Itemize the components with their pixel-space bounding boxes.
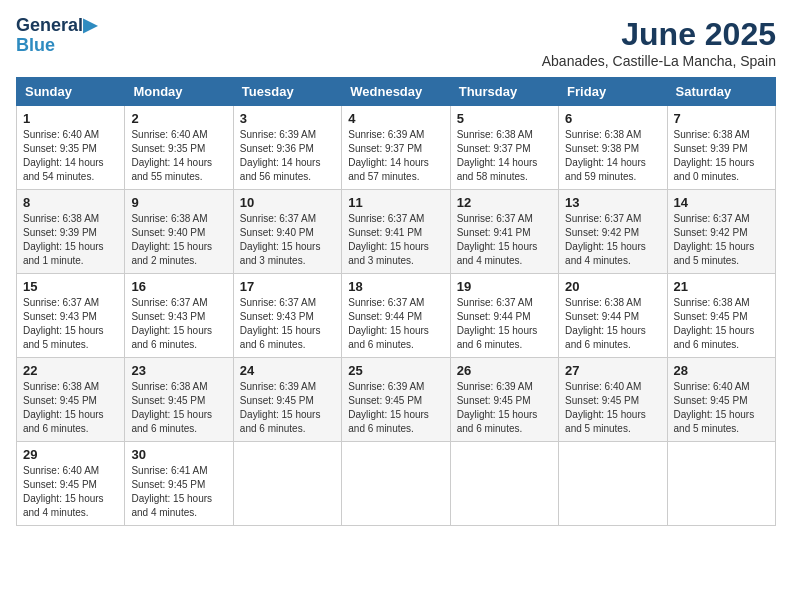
calendar-day-cell: 9Sunrise: 6:38 AM Sunset: 9:40 PM Daylig…: [125, 190, 233, 274]
day-info: Sunrise: 6:39 AM Sunset: 9:45 PM Dayligh…: [240, 380, 335, 436]
day-info: Sunrise: 6:38 AM Sunset: 9:45 PM Dayligh…: [23, 380, 118, 436]
calendar-day-cell: 19Sunrise: 6:37 AM Sunset: 9:44 PM Dayli…: [450, 274, 558, 358]
day-number: 22: [23, 363, 118, 378]
calendar-header-saturday: Saturday: [667, 78, 775, 106]
header: General▶ Blue June 2025 Abanades, Castil…: [16, 16, 776, 69]
day-info: Sunrise: 6:39 AM Sunset: 9:36 PM Dayligh…: [240, 128, 335, 184]
calendar-header-wednesday: Wednesday: [342, 78, 450, 106]
day-number: 12: [457, 195, 552, 210]
day-number: 21: [674, 279, 769, 294]
day-info: Sunrise: 6:39 AM Sunset: 9:37 PM Dayligh…: [348, 128, 443, 184]
day-number: 28: [674, 363, 769, 378]
logo: General▶ Blue: [16, 16, 97, 56]
calendar-day-cell: 26Sunrise: 6:39 AM Sunset: 9:45 PM Dayli…: [450, 358, 558, 442]
calendar-day-cell: 16Sunrise: 6:37 AM Sunset: 9:43 PM Dayli…: [125, 274, 233, 358]
calendar-header-thursday: Thursday: [450, 78, 558, 106]
day-info: Sunrise: 6:40 AM Sunset: 9:35 PM Dayligh…: [131, 128, 226, 184]
calendar-day-cell: 18Sunrise: 6:37 AM Sunset: 9:44 PM Dayli…: [342, 274, 450, 358]
calendar-day-cell: 11Sunrise: 6:37 AM Sunset: 9:41 PM Dayli…: [342, 190, 450, 274]
calendar-day-cell: 4Sunrise: 6:39 AM Sunset: 9:37 PM Daylig…: [342, 106, 450, 190]
calendar-header-tuesday: Tuesday: [233, 78, 341, 106]
calendar-day-cell: 1Sunrise: 6:40 AM Sunset: 9:35 PM Daylig…: [17, 106, 125, 190]
calendar-day-cell: 12Sunrise: 6:37 AM Sunset: 9:41 PM Dayli…: [450, 190, 558, 274]
location-title: Abanades, Castille-La Mancha, Spain: [542, 53, 776, 69]
day-number: 30: [131, 447, 226, 462]
day-info: Sunrise: 6:40 AM Sunset: 9:35 PM Dayligh…: [23, 128, 118, 184]
calendar-day-cell: 17Sunrise: 6:37 AM Sunset: 9:43 PM Dayli…: [233, 274, 341, 358]
day-info: Sunrise: 6:37 AM Sunset: 9:43 PM Dayligh…: [131, 296, 226, 352]
day-info: Sunrise: 6:38 AM Sunset: 9:37 PM Dayligh…: [457, 128, 552, 184]
calendar-day-cell: 15Sunrise: 6:37 AM Sunset: 9:43 PM Dayli…: [17, 274, 125, 358]
day-number: 6: [565, 111, 660, 126]
day-number: 26: [457, 363, 552, 378]
day-number: 8: [23, 195, 118, 210]
logo-subtext: Blue: [16, 36, 97, 56]
day-number: 1: [23, 111, 118, 126]
calendar-week-row: 22Sunrise: 6:38 AM Sunset: 9:45 PM Dayli…: [17, 358, 776, 442]
day-number: 9: [131, 195, 226, 210]
day-info: Sunrise: 6:37 AM Sunset: 9:40 PM Dayligh…: [240, 212, 335, 268]
day-info: Sunrise: 6:37 AM Sunset: 9:43 PM Dayligh…: [23, 296, 118, 352]
day-info: Sunrise: 6:40 AM Sunset: 9:45 PM Dayligh…: [674, 380, 769, 436]
day-number: 17: [240, 279, 335, 294]
day-number: 23: [131, 363, 226, 378]
calendar-day-cell: 8Sunrise: 6:38 AM Sunset: 9:39 PM Daylig…: [17, 190, 125, 274]
day-info: Sunrise: 6:38 AM Sunset: 9:45 PM Dayligh…: [674, 296, 769, 352]
calendar-day-cell: 3Sunrise: 6:39 AM Sunset: 9:36 PM Daylig…: [233, 106, 341, 190]
day-info: Sunrise: 6:38 AM Sunset: 9:39 PM Dayligh…: [23, 212, 118, 268]
calendar-week-row: 29Sunrise: 6:40 AM Sunset: 9:45 PM Dayli…: [17, 442, 776, 526]
day-info: Sunrise: 6:37 AM Sunset: 9:44 PM Dayligh…: [348, 296, 443, 352]
day-info: Sunrise: 6:37 AM Sunset: 9:44 PM Dayligh…: [457, 296, 552, 352]
day-number: 20: [565, 279, 660, 294]
empty-cell: [450, 442, 558, 526]
empty-cell: [233, 442, 341, 526]
day-info: Sunrise: 6:37 AM Sunset: 9:42 PM Dayligh…: [565, 212, 660, 268]
calendar-day-cell: 25Sunrise: 6:39 AM Sunset: 9:45 PM Dayli…: [342, 358, 450, 442]
day-number: 13: [565, 195, 660, 210]
calendar-day-cell: 14Sunrise: 6:37 AM Sunset: 9:42 PM Dayli…: [667, 190, 775, 274]
day-number: 14: [674, 195, 769, 210]
calendar-header-monday: Monday: [125, 78, 233, 106]
calendar-day-cell: 6Sunrise: 6:38 AM Sunset: 9:38 PM Daylig…: [559, 106, 667, 190]
day-info: Sunrise: 6:39 AM Sunset: 9:45 PM Dayligh…: [348, 380, 443, 436]
calendar-week-row: 8Sunrise: 6:38 AM Sunset: 9:39 PM Daylig…: [17, 190, 776, 274]
title-area: June 2025 Abanades, Castille-La Mancha, …: [542, 16, 776, 69]
calendar-day-cell: 23Sunrise: 6:38 AM Sunset: 9:45 PM Dayli…: [125, 358, 233, 442]
day-number: 15: [23, 279, 118, 294]
calendar-day-cell: 21Sunrise: 6:38 AM Sunset: 9:45 PM Dayli…: [667, 274, 775, 358]
logo-text: General▶: [16, 16, 97, 36]
calendar-day-cell: 24Sunrise: 6:39 AM Sunset: 9:45 PM Dayli…: [233, 358, 341, 442]
day-info: Sunrise: 6:38 AM Sunset: 9:38 PM Dayligh…: [565, 128, 660, 184]
calendar-header-sunday: Sunday: [17, 78, 125, 106]
calendar-table: SundayMondayTuesdayWednesdayThursdayFrid…: [16, 77, 776, 526]
calendar-header-friday: Friday: [559, 78, 667, 106]
day-number: 2: [131, 111, 226, 126]
day-info: Sunrise: 6:37 AM Sunset: 9:41 PM Dayligh…: [457, 212, 552, 268]
calendar-day-cell: 27Sunrise: 6:40 AM Sunset: 9:45 PM Dayli…: [559, 358, 667, 442]
calendar-week-row: 15Sunrise: 6:37 AM Sunset: 9:43 PM Dayli…: [17, 274, 776, 358]
day-number: 29: [23, 447, 118, 462]
calendar-week-row: 1Sunrise: 6:40 AM Sunset: 9:35 PM Daylig…: [17, 106, 776, 190]
day-info: Sunrise: 6:37 AM Sunset: 9:43 PM Dayligh…: [240, 296, 335, 352]
day-info: Sunrise: 6:38 AM Sunset: 9:45 PM Dayligh…: [131, 380, 226, 436]
empty-cell: [342, 442, 450, 526]
day-number: 4: [348, 111, 443, 126]
day-number: 19: [457, 279, 552, 294]
day-number: 5: [457, 111, 552, 126]
day-info: Sunrise: 6:40 AM Sunset: 9:45 PM Dayligh…: [565, 380, 660, 436]
day-info: Sunrise: 6:37 AM Sunset: 9:42 PM Dayligh…: [674, 212, 769, 268]
day-number: 10: [240, 195, 335, 210]
day-number: 24: [240, 363, 335, 378]
day-number: 25: [348, 363, 443, 378]
calendar-day-cell: 7Sunrise: 6:38 AM Sunset: 9:39 PM Daylig…: [667, 106, 775, 190]
calendar-day-cell: 2Sunrise: 6:40 AM Sunset: 9:35 PM Daylig…: [125, 106, 233, 190]
calendar-day-cell: 13Sunrise: 6:37 AM Sunset: 9:42 PM Dayli…: [559, 190, 667, 274]
calendar-day-cell: 30Sunrise: 6:41 AM Sunset: 9:45 PM Dayli…: [125, 442, 233, 526]
day-info: Sunrise: 6:38 AM Sunset: 9:40 PM Dayligh…: [131, 212, 226, 268]
day-number: 27: [565, 363, 660, 378]
calendar-day-cell: 20Sunrise: 6:38 AM Sunset: 9:44 PM Dayli…: [559, 274, 667, 358]
day-number: 3: [240, 111, 335, 126]
calendar-day-cell: 5Sunrise: 6:38 AM Sunset: 9:37 PM Daylig…: [450, 106, 558, 190]
calendar-day-cell: 28Sunrise: 6:40 AM Sunset: 9:45 PM Dayli…: [667, 358, 775, 442]
day-number: 18: [348, 279, 443, 294]
